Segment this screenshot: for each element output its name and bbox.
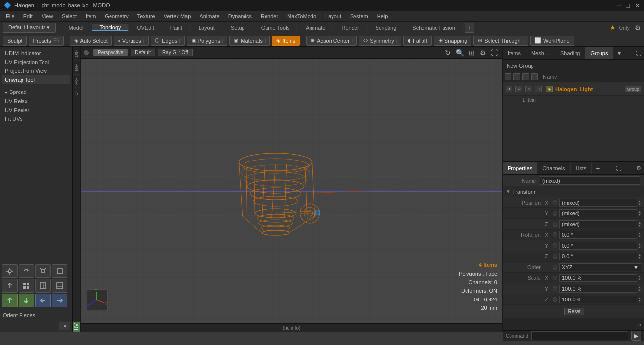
tool-project-from-view[interactable]: Project from View [2,67,70,75]
groups-item-row[interactable]: 👁 ⚙ ○ □ ◈ Halogen_Light Group [503,82,644,96]
tool-udim-indicator[interactable]: UDIM Indicator [2,49,70,58]
menu-render[interactable]: Render [257,12,282,20]
icon-btn-4[interactable] [52,264,67,278]
order-radio[interactable] [553,265,557,270]
select-through-btn[interactable]: ⊗ Select Through | [473,36,528,46]
minimize-btn[interactable]: ─ [617,2,621,9]
menu-file[interactable]: File [2,12,19,20]
arrow-down-btn[interactable] [19,294,34,307]
materials-btn[interactable]: ◉ Materials | [229,36,270,46]
camera-btn[interactable]: Perspective [93,49,128,56]
props-expand-btn[interactable]: ⛶ [613,162,624,174]
pos-z-radio[interactable] [553,222,557,227]
tab-paint[interactable]: Paint [163,25,190,31]
scale-x-radio[interactable] [553,276,557,280]
name-prop-input[interactable] [540,176,640,185]
arrow-up-btn[interactable] [2,294,18,307]
icon-btn-5[interactable] [2,279,18,293]
vis-icon-3[interactable] [522,73,529,80]
props-gear-btn[interactable]: ⚙ [633,162,644,174]
close-btn[interactable]: ✕ [635,2,640,9]
vertices-btn[interactable]: • Vertices | [114,36,149,46]
menu-maxtomodo[interactable]: MaxToModo [283,12,320,20]
uv-strip-label[interactable]: UV [73,322,80,332]
menu-item[interactable]: Item [82,12,100,20]
rot-z-radio[interactable] [553,254,557,259]
tab-setup[interactable]: Setup [224,25,252,31]
tool-uv-projection[interactable]: UV Projection Tool [2,58,70,67]
rotate-view-icon[interactable]: ↻ [444,49,452,57]
reset-btn[interactable]: Reset [564,308,584,315]
rot-y-radio[interactable] [553,243,557,248]
pos-x-arrows[interactable]: ▲ ▼ [638,200,641,206]
menu-vertexmap[interactable]: Vertex Map [160,12,195,20]
menu-texture[interactable]: Texture [133,12,159,20]
vis-icon-4[interactable] [531,73,538,80]
transform-section-header[interactable]: ▼ Transform [503,186,644,197]
menu-geometry[interactable]: Geometry [101,12,132,20]
ray-btn[interactable]: Ray GL: Off [158,49,193,56]
pos-x-radio[interactable] [553,200,557,205]
vis-icon-2[interactable] [513,73,520,80]
rot-y-value[interactable] [559,242,637,250]
props-tab-properties[interactable]: Properties [503,162,537,174]
tab-render[interactable]: Render [334,25,366,31]
vp-settings-icon[interactable]: ⚙ [478,49,488,57]
group-row-box[interactable]: □ [535,86,542,92]
props-tab-channels[interactable]: Channels [537,162,570,174]
scale-z-radio[interactable] [553,297,557,302]
tab-schematicfusion[interactable]: Schematic Fusion [405,25,462,31]
items-btn[interactable]: ◈ Items [272,36,300,46]
default-layouts-btn[interactable]: Default Layouts ▾ [3,23,56,33]
falloff-btn[interactable]: ◖ Falloff [403,36,432,46]
icon-btn-1[interactable] [2,264,18,278]
viewport-canvas[interactable]: 4 Items Polygons : Face Channels: 0 Defo… [81,59,502,323]
tab-animate[interactable]: Animate [299,25,333,31]
presets-btn[interactable]: Presets F6 [29,36,64,46]
groups-tab-shading[interactable]: Shading [555,47,585,59]
rot-z-value[interactable] [559,253,637,260]
groups-tab-groups[interactable]: Groups [585,47,613,59]
expand-vp-icon[interactable]: ⛶ [489,49,499,57]
rot-x-radio[interactable] [553,232,557,237]
action-center-btn[interactable]: ⊕ Action Center | [306,36,357,46]
command-input[interactable] [531,331,628,340]
scale-y-value[interactable] [559,285,637,293]
menu-animate[interactable]: Animate [196,12,223,20]
edges-btn[interactable]: ⬡ Edges | [151,36,185,46]
rot-y-arrows[interactable]: ▲ ▼ [638,243,641,249]
menu-select[interactable]: Select [58,12,81,20]
grid-icon[interactable]: ⊞ [467,49,476,57]
order-dropdown[interactable]: XYZ ▼ [559,263,641,271]
zoom-icon[interactable]: 🔍 [454,49,466,57]
strip-c[interactable]: C- [73,88,80,99]
menu-dynamics[interactable]: Dynamics [224,12,256,20]
props-tab-lists[interactable]: Lists [571,162,592,174]
auto-select-btn[interactable]: ◈ Auto Select [70,36,112,46]
tool-unwrap[interactable]: Unwrap Tool [2,75,70,84]
polygons-btn[interactable]: ▣ Polygons | [187,36,228,46]
props-bottom-expand[interactable]: » [638,322,641,328]
vis-icon-1[interactable] [505,73,511,80]
rot-x-arrows[interactable]: ▲ ▼ [638,232,641,238]
scale-y-arrows[interactable]: ▲ ▼ [638,286,641,292]
tool-spread[interactable]: ▸ Spread [2,88,70,97]
snapping-btn[interactable]: ⊞ Snapping [434,36,472,46]
group-row-render[interactable]: ○ [525,86,532,92]
tab-model[interactable]: Model [62,25,91,31]
menu-view[interactable]: View [38,12,57,20]
tab-gametools[interactable]: Game Tools [254,25,297,31]
groups-tab-mesh[interactable]: Mesh ... [526,47,555,59]
groups-tab-items[interactable]: Items [503,47,526,59]
icon-btn-6[interactable] [19,279,34,293]
pos-z-arrows[interactable]: ▲ ▼ [638,221,641,227]
sculpt-btn[interactable]: Sculpt [3,36,27,46]
icon-btn-2[interactable] [19,264,34,278]
icon-btn-3[interactable] [35,264,51,278]
icon-btn-8[interactable] [52,279,67,293]
scale-x-value[interactable] [559,274,637,282]
tab-uvedit[interactable]: UVEdit [131,25,161,31]
pos-z-value[interactable] [559,220,637,228]
groups-tab-arrow[interactable]: ▼ [613,47,624,59]
groups-expand-btn[interactable]: ⛶ [633,47,644,59]
